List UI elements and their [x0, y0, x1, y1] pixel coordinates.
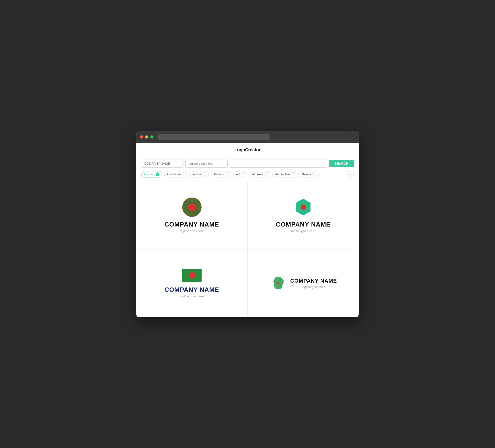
flag-logo-icon [182, 269, 202, 282]
category-chip-agriculture[interactable]: Agriculture ✓ [164, 171, 188, 178]
category-chip-animals[interactable]: Animals ✓ [211, 171, 232, 178]
logo4-map-area [270, 275, 286, 292]
logo-icon-3 [182, 269, 202, 282]
company-name-input[interactable] [141, 160, 183, 168]
category-chip-airline[interactable]: Airline ✓ [190, 171, 209, 178]
check-icon-airline: ✓ [202, 172, 206, 176]
address-bar [158, 134, 270, 140]
category-chip-automotive[interactable]: Automotive ✓ [272, 171, 297, 178]
category-chip-attorney[interactable]: Attorney ✓ [249, 171, 271, 178]
check-icon-animals: ✓ [225, 172, 229, 176]
logo3-company-name: COMPANY NAME [164, 286, 219, 294]
hexagon-logo-icon [294, 197, 313, 217]
category-label: Animals [213, 173, 224, 176]
check-icon-abstract: ✓ [156, 172, 160, 176]
search-button[interactable]: SEARCH [329, 160, 354, 167]
search-bar: SEARCH [136, 155, 359, 171]
check-icon-agriculture: ✓ [182, 172, 186, 176]
category-label: Abstract [144, 173, 154, 176]
logo1-company-name: COMPANY NAME [164, 221, 219, 228]
check-icon-attorney: ✓ [264, 172, 268, 176]
map-icon [270, 275, 286, 292]
logo2-company-name: COMPANY NAME [276, 221, 330, 228]
logo-card-1[interactable]: COMPANY NAME tagline goes here [136, 181, 247, 249]
logo-icon-1 [182, 197, 202, 217]
category-label: Airline [193, 173, 201, 176]
logo3-tagline: tagline goes here [180, 294, 204, 298]
circle-logo-icon [182, 197, 202, 217]
circle-dot [188, 204, 195, 211]
arrow-right-icon: → [349, 172, 352, 176]
app-header: LogoCreator [136, 143, 359, 155]
extra-input[interactable] [230, 160, 327, 168]
check-icon-beauty [312, 172, 316, 176]
category-label: Beauty [302, 173, 311, 176]
category-label: Agriculture [167, 173, 180, 176]
category-bar: Abstract ✓ Agriculture ✓ Airline ✓ Anima… [136, 171, 359, 181]
minimize-button[interactable] [145, 135, 148, 139]
maximize-button[interactable] [150, 135, 153, 139]
category-label: Art [236, 173, 240, 176]
category-label: Automotive [275, 173, 289, 176]
next-categories-button[interactable]: → [347, 171, 354, 178]
logo-card-2[interactable]: COMPANY NAME tagline goes here [248, 181, 359, 249]
logo4-tagline: tagline goes here [290, 285, 337, 289]
logo2-tagline: tagline goes here [291, 229, 316, 233]
browser-titlebar [136, 131, 359, 143]
svg-point-1 [278, 282, 279, 283]
category-label: Attorney [252, 173, 263, 176]
tagline-input[interactable] [185, 160, 228, 168]
hexagon-dot [301, 205, 306, 210]
logo-grid: COMPANY NAME tagline goes here COMPANY N… [136, 181, 359, 317]
category-chip-beauty[interactable]: Beauty [300, 171, 319, 178]
check-icon-art: ✓ [241, 172, 245, 176]
close-button[interactable] [140, 135, 143, 139]
check-icon-automotive: ✓ [291, 172, 295, 176]
logo-card-4[interactable]: COMPANY NAME tagline goes here [248, 250, 359, 317]
logo4-company-name: COMPANY NAME [290, 278, 337, 284]
logo1-tagline: tagline goes here [180, 229, 204, 233]
flag-dot [189, 272, 195, 279]
category-chip-art[interactable]: Art ✓ [233, 171, 247, 178]
app-title: LogoCreator [234, 147, 261, 152]
logo4-text-area: COMPANY NAME tagline goes here [290, 278, 337, 289]
logo-icon-2 [294, 197, 313, 217]
logo-card-3[interactable]: COMPANY NAME tagline goes here [136, 250, 247, 317]
hexagon-shape [295, 199, 312, 216]
browser-window: LogoCreator SEARCH Abstract ✓ Agricultur… [136, 131, 359, 317]
category-chip-abstract[interactable]: Abstract ✓ [141, 171, 162, 178]
